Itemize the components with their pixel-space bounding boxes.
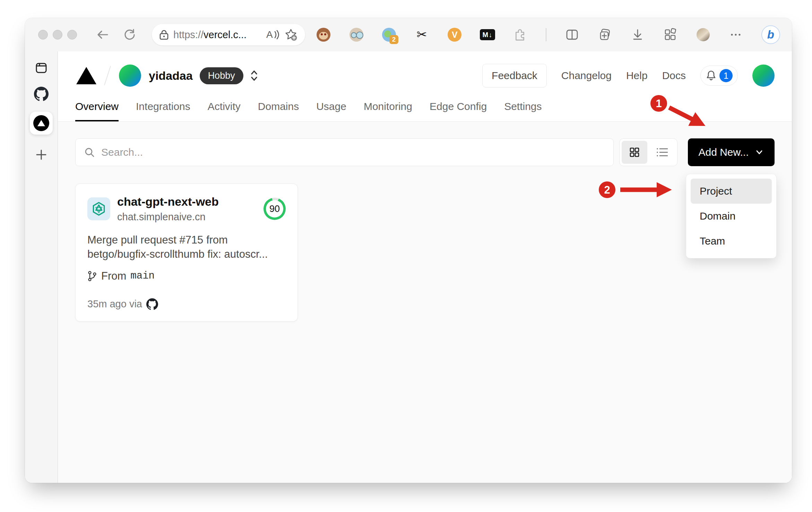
notification-count-badge: 1 <box>719 69 733 82</box>
changelog-link[interactable]: Changelog <box>561 70 612 82</box>
tab-settings[interactable]: Settings <box>504 101 542 121</box>
help-link[interactable]: Help <box>626 70 648 82</box>
grid-view-button[interactable] <box>622 141 647 164</box>
apps-button[interactable] <box>663 27 677 42</box>
download-icon <box>631 28 645 42</box>
split-screen-button[interactable] <box>565 27 579 42</box>
v-extension-icon[interactable]: V <box>447 27 462 42</box>
tab-edge-config[interactable]: Edge Config <box>430 101 487 121</box>
bing-chat-button[interactable]: b <box>761 25 780 44</box>
refresh-button[interactable] <box>122 27 137 42</box>
tampermonkey-extension-icon[interactable] <box>316 27 331 42</box>
vercel-tabs: Overview Integrations Activity Domains U… <box>75 101 775 121</box>
team-avatar[interactable] <box>119 65 141 87</box>
more-menu-button[interactable] <box>728 27 743 42</box>
add-new-dropdown: Project Domain Team <box>686 174 777 258</box>
sidebar-toggle-button[interactable] <box>35 62 47 74</box>
tab-activity[interactable]: Activity <box>208 101 241 121</box>
search-box[interactable] <box>75 138 614 166</box>
profile-avatar <box>697 28 710 41</box>
project-domain[interactable]: chat.simplenaive.cn <box>117 211 219 223</box>
person-glasses-icon <box>349 28 363 42</box>
downloads-button[interactable] <box>630 27 645 42</box>
docs-link[interactable]: Docs <box>662 70 686 82</box>
markdown-icon: M↓ <box>480 29 495 40</box>
team-switcher-button[interactable] <box>249 69 259 83</box>
notifications-button[interactable]: 1 <box>700 66 738 86</box>
user-avatar[interactable] <box>752 65 775 87</box>
markdown-extension-icon[interactable]: M↓ <box>480 27 495 42</box>
vercel-page: yidadaa Hobby Feedback Changelog Help Do… <box>58 51 792 483</box>
monkey-icon <box>317 28 330 42</box>
sidebar-item-vercel-active[interactable] <box>30 112 53 135</box>
sidebar-add-button[interactable] <box>35 148 47 161</box>
commit-message[interactable]: Merge pull request #715 from betgo/bugfi… <box>87 233 286 262</box>
project-name[interactable]: chat-gpt-next-web <box>117 195 219 208</box>
bell-icon <box>706 70 717 82</box>
dropdown-item-team[interactable]: Team <box>691 229 772 254</box>
vercel-content: Add New... chat-gpt-next-web ch <box>58 122 792 483</box>
plus-icon <box>35 148 47 161</box>
project-logo <box>87 197 110 220</box>
back-button[interactable] <box>95 27 110 42</box>
toolbar-extensions: 2 ✂ V M↓ <box>316 25 780 44</box>
ellipsis-icon <box>729 28 743 42</box>
dropdown-item-project[interactable]: Project <box>691 179 772 204</box>
sync-extension-icon[interactable]: 2 <box>382 27 396 42</box>
chevron-updown-icon <box>249 69 259 83</box>
project-names: chat-gpt-next-web chat.simplenaive.cn <box>117 195 219 223</box>
favorite-star-icon[interactable] <box>284 28 297 41</box>
scissors-extension-icon[interactable]: ✂ <box>415 27 429 42</box>
branch-label: From <box>101 270 126 282</box>
branch-name: main <box>130 270 155 282</box>
sync-badge: 2 <box>389 35 398 44</box>
github-source-icon <box>146 298 158 310</box>
read-aloud-icon[interactable]: A <box>266 29 279 41</box>
edge-sidebar <box>25 51 58 483</box>
split-screen-icon <box>565 28 579 42</box>
deploy-meta: 35m ago via <box>87 298 142 310</box>
view-toggle <box>619 138 677 166</box>
search-input[interactable] <box>101 146 605 158</box>
tab-domains[interactable]: Domains <box>258 101 299 121</box>
vercel-favicon <box>33 115 49 131</box>
add-new-button[interactable]: Add New... <box>688 138 775 166</box>
header-actions: Feedback Changelog Help Docs 1 <box>482 64 775 87</box>
collections-button[interactable] <box>597 27 612 42</box>
vercel-logo-icon[interactable] <box>75 66 97 85</box>
feedback-button[interactable]: Feedback <box>482 64 547 87</box>
vercel-header-top: yidadaa Hobby Feedback Changelog Help Do… <box>75 60 775 91</box>
github-icon <box>34 87 49 101</box>
profile-extension-icon[interactable] <box>349 27 364 42</box>
lock-icon <box>159 29 169 40</box>
address-bar[interactable]: https://vercel.c... A <box>152 24 305 45</box>
openai-logo-icon <box>91 201 107 217</box>
browser-titlebar: https://vercel.c... A 2 ✂ V M↓ <box>25 18 792 51</box>
team-name: yidadaa <box>149 69 193 83</box>
browser-profile-button[interactable] <box>696 27 710 42</box>
close-button[interactable] <box>38 30 48 40</box>
url-scheme: https:// <box>173 29 204 40</box>
dropdown-item-domain[interactable]: Domain <box>691 204 772 229</box>
extensions-menu-button[interactable] <box>513 27 527 42</box>
add-new-label: Add New... <box>698 146 749 158</box>
fullscreen-button[interactable] <box>67 30 77 40</box>
sidebar-item-github[interactable] <box>34 87 49 101</box>
vercel-triangle-icon <box>37 119 45 127</box>
collections-icon <box>597 27 612 42</box>
vercel-header: yidadaa Hobby Feedback Changelog Help Do… <box>58 51 792 122</box>
minimize-button[interactable] <box>53 30 62 40</box>
toolbar-divider <box>546 28 546 41</box>
back-arrow-icon <box>96 28 110 42</box>
list-view-button[interactable] <box>649 141 675 164</box>
lighthouse-score-ring[interactable]: 90 <box>264 198 286 220</box>
search-icon <box>84 147 95 158</box>
project-card-header: chat-gpt-next-web chat.simplenaive.cn 90 <box>87 195 286 223</box>
project-card[interactable]: chat-gpt-next-web chat.simplenaive.cn 90… <box>75 184 298 322</box>
tab-usage[interactable]: Usage <box>316 101 346 121</box>
tab-integrations[interactable]: Integrations <box>136 101 190 121</box>
tab-monitoring[interactable]: Monitoring <box>364 101 412 121</box>
url-host: vercel.c... <box>204 29 247 40</box>
traffic-lights <box>38 30 77 40</box>
tab-overview[interactable]: Overview <box>75 101 119 121</box>
